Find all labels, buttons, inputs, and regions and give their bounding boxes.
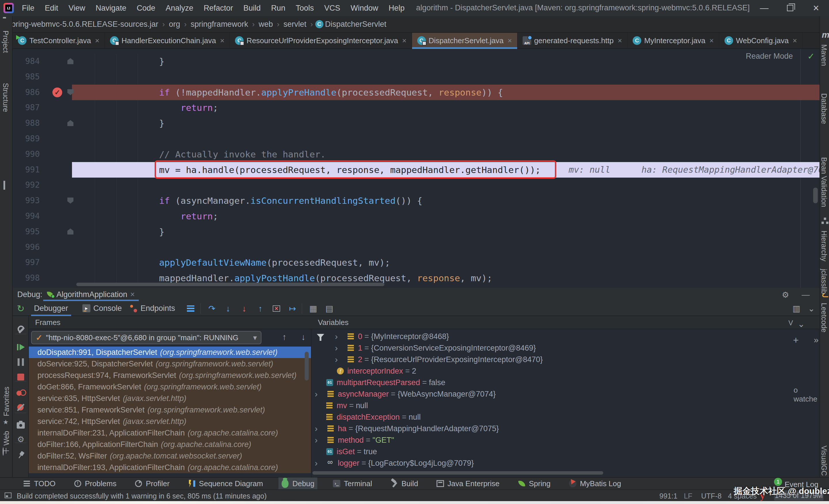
breadcrumb-item[interactable]: web [257,20,275,29]
expand-chevron-icon[interactable]: › [335,331,338,342]
stack-frame-row[interactable]: doFilter:166, ApplicationFilterChain(org… [29,439,311,450]
frame-down-icon[interactable]: ↓ [301,332,305,342]
minimize-button[interactable]: — [751,0,777,16]
stripe-leetcode[interactable]: Leetcode [820,303,828,333]
variable-row[interactable]: ›asyncManager = {WebAsyncManager@7074} [311,388,820,400]
stack-frame-row[interactable]: processRequest:974, FrameworkServlet(org… [29,370,311,381]
breadcrumb-item[interactable]: servlet [282,20,309,29]
pause-icon[interactable] [13,356,29,368]
menu-navigate[interactable]: Navigate [92,3,131,14]
thread-dump-camera-icon[interactable] [13,419,29,431]
fold-marker-icon[interactable] [67,197,73,203]
expand-chevron-icon[interactable]: › [315,388,318,400]
step-over-icon[interactable]: ↷ [206,303,218,314]
stripe-structure[interactable]: Structure [1,83,10,112]
debug-session-tab[interactable]: AlgorithmApplication × [43,288,139,301]
close-icon[interactable]: × [793,36,797,45]
toolwindow-debug[interactable]: Debug [279,477,317,490]
line-number[interactable]: 997 [13,255,40,270]
file-encoding[interactable]: UTF-8 [701,492,722,500]
code-line-997[interactable]: 997applyDefaultViewName(processedRequest… [13,255,820,270]
evaluate-expression-icon[interactable]: ▦ [307,303,320,314]
fold-marker-icon[interactable] [67,229,73,235]
force-step-into-icon[interactable]: ↓ [238,303,251,314]
breadcrumb-item[interactable]: springframework [189,20,250,29]
breadcrumb-item[interactable]: spring-webmvc-5.0.6.RELEASE-sources.jar [6,20,160,29]
variable-row[interactable]: ›ha = {RequestMappingHandlerAdapter@7075… [311,423,820,434]
menu-view[interactable]: View [65,3,89,14]
drop-frame-icon[interactable]: × [270,303,283,314]
settings-gear-icon[interactable]: ⚙ [13,433,29,445]
menu-vcs[interactable]: VCS [320,3,345,14]
view-options-icon[interactable]: ▤ [323,303,336,314]
restore-button[interactable] [777,0,803,16]
variables-scrollbar[interactable] [313,471,603,475]
mute-breakpoints-icon[interactable] [13,402,29,413]
step-into-icon[interactable]: ↓ [222,303,235,314]
line-number[interactable]: 994 [13,208,40,224]
stack-frame-row[interactable]: service:635, HttpServlet(javax.servlet.h… [29,393,311,404]
variable-row[interactable]: 01multipartRequestParsed = false [311,377,820,388]
menu-analyze[interactable]: Analyze [161,3,197,14]
stack-frame-row[interactable]: internalDoFilter:231, ApplicationFilterC… [29,427,311,439]
variable-row[interactable]: finterceptorIndex = 2 [311,365,820,377]
toolwindow-sequence-diagram[interactable]: Sequence Diagram [185,477,266,490]
variable-row[interactable]: mv = null [311,400,820,411]
breadcrumb-item[interactable]: org [167,20,182,29]
line-number[interactable]: 991 [13,162,40,178]
tab-WebConfig.java[interactable]: CWebConfig.java× [719,33,802,48]
hide-panel-icon[interactable]: — [802,290,810,300]
close-icon[interactable]: × [220,36,224,45]
line-number[interactable]: 984 [13,53,40,69]
close-icon[interactable]: × [402,36,406,45]
expand-chevron-icon[interactable]: › [335,354,338,365]
code-line-990[interactable]: 990// Actually invoke the handler. [13,147,820,162]
code-line-986[interactable]: 986✓if (!mappedHandler.applyPreHandle(pr… [13,85,820,100]
stripe-project[interactable]: Project [1,31,10,53]
stripe-maven[interactable]: Maven [820,44,828,66]
status-message[interactable]: Build completed successfully with 1 warn… [17,492,267,500]
watches-v-label[interactable]: V [788,319,793,327]
toolwindow-problems[interactable]: !Problems [71,477,119,490]
menu-window[interactable]: Window [347,3,382,14]
tab-ResourceUrlProviderExposingInterceptor.java[interactable]: CResourceUrlProviderExposingInterceptor.… [230,33,412,48]
close-icon[interactable]: × [710,36,714,45]
toolwindow-todo[interactable]: TODO [20,477,59,490]
stack-frame-row[interactable]: doGet:866, FrameworkServlet(org.springfr… [29,381,311,393]
frames-scrollbar[interactable] [304,352,309,381]
menu-edit[interactable]: Edit [41,3,63,14]
stack-frame-row[interactable]: service:742, HttpServlet(javax.servlet.h… [29,416,311,427]
reader-mode-label[interactable]: Reader Mode [746,52,793,61]
expand-chevron-icon[interactable]: › [315,423,318,434]
close-icon[interactable]: × [130,290,135,299]
variable-row[interactable]: ›∞logger = {LogFactory$Log4jLog@7079} [311,457,820,469]
close-icon[interactable]: × [95,36,99,45]
stack-frame-row[interactable]: service:851, FrameworkServlet(org.spring… [29,404,311,416]
breadcrumb-item[interactable]: DispatcherServlet [323,20,388,29]
toolwindow-profiler[interactable]: Profiler [132,477,172,490]
tab-MyInterceptor.java[interactable]: CMyInterceptor.java× [627,33,719,48]
tab-TestController.java[interactable]: CTestController.java× [13,33,105,48]
threads-view-icon[interactable] [184,303,197,314]
toolwindow-toggle-icon[interactable] [5,493,11,498]
tab-HandlerExecutionChain.java[interactable]: CHandlerExecutionChain.java× [105,33,230,48]
expand-chevron-icon[interactable]: › [315,457,318,469]
code-line-988[interactable]: 988} [13,115,820,131]
toolwindow-mybatis-log[interactable]: MyBatis Log [566,477,624,490]
code-line-996[interactable]: 996 [13,239,820,255]
line-number[interactable]: 990 [13,147,40,162]
line-number[interactable]: 992 [13,177,40,193]
stripe-visualgc[interactable]: VisualGC [820,445,828,476]
code-line-989[interactable]: 989 [13,131,820,147]
line-number[interactable]: 996 [13,239,40,255]
resume-icon[interactable] [13,341,29,353]
chevron-down-icon[interactable]: ⌄ [805,303,818,314]
line-separator[interactable]: LF [684,492,692,500]
vertical-scrollbar[interactable] [813,188,818,203]
tab-DispatcherServlet.java[interactable]: CDispatcherServlet.java× [412,33,517,48]
stack-frame-row[interactable]: internalDoFilter:193, ApplicationFilterC… [29,462,311,473]
stack-frame-row[interactable]: doDispatch:991, DispatcherServlet(org.sp… [29,347,311,358]
run-to-cursor-icon[interactable]: ↦ [286,303,299,314]
tab-generated-requests.http[interactable]: APIgenerated-requests.http× [517,33,627,48]
stripe-hierarchy[interactable]: Hierarchy [820,231,828,261]
